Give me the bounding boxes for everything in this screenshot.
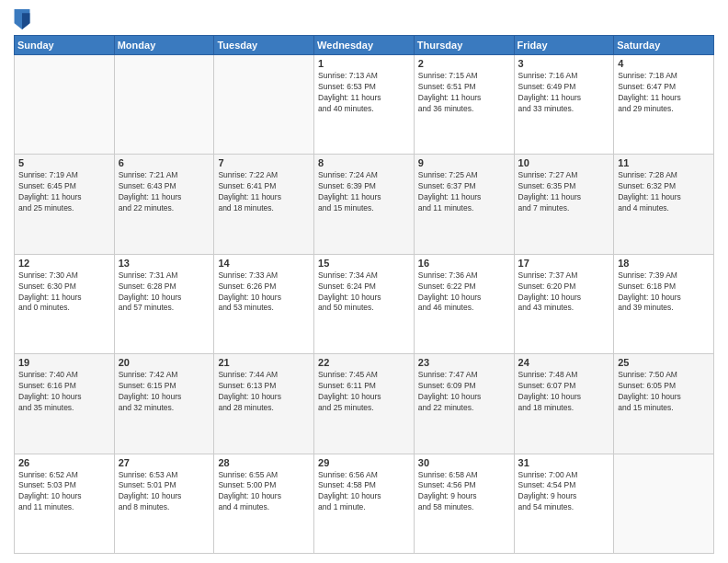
logo [14, 9, 32, 29]
day-number: 18 [618, 258, 710, 269]
day-number: 15 [318, 258, 410, 269]
day-number: 7 [218, 157, 310, 168]
day-number: 2 [418, 58, 510, 69]
weekday-header-wednesday: Wednesday [314, 36, 415, 55]
day-number: 28 [218, 457, 310, 468]
day-info: Sunrise: 7:47 AM Sunset: 6:09 PM Dayligh… [418, 370, 510, 414]
calendar-cell: 19Sunrise: 7:40 AM Sunset: 6:16 PM Dayli… [15, 354, 115, 454]
day-info: Sunrise: 7:39 AM Sunset: 6:18 PM Dayligh… [618, 270, 710, 315]
calendar-cell: 26Sunrise: 6:52 AM Sunset: 5:03 PM Dayli… [15, 454, 115, 553]
day-number: 29 [318, 457, 410, 468]
day-number: 4 [618, 58, 710, 69]
day-number: 14 [218, 258, 310, 269]
day-info: Sunrise: 7:42 AM Sunset: 6:15 PM Dayligh… [119, 370, 210, 414]
calendar-cell: 30Sunrise: 6:58 AM Sunset: 4:56 PM Dayli… [414, 454, 514, 553]
day-number: 16 [418, 258, 510, 269]
calendar-cell: 31Sunrise: 7:00 AM Sunset: 4:54 PM Dayli… [514, 454, 614, 553]
calendar-cell: 13Sunrise: 7:31 AM Sunset: 6:28 PM Dayli… [114, 254, 214, 353]
day-info: Sunrise: 7:21 AM Sunset: 6:43 PM Dayligh… [119, 170, 210, 214]
day-info: Sunrise: 7:37 AM Sunset: 6:20 PM Dayligh… [518, 270, 610, 315]
day-info: Sunrise: 7:25 AM Sunset: 6:37 PM Dayligh… [418, 170, 510, 214]
day-number: 24 [518, 357, 610, 368]
weekday-header-tuesday: Tuesday [214, 36, 314, 55]
calendar-cell [114, 55, 214, 155]
day-info: Sunrise: 6:52 AM Sunset: 5:03 PM Dayligh… [18, 470, 110, 514]
calendar-cell: 6Sunrise: 7:21 AM Sunset: 6:43 PM Daylig… [114, 155, 214, 254]
week-row-1: 1Sunrise: 7:13 AM Sunset: 6:53 PM Daylig… [15, 55, 714, 155]
calendar-cell: 10Sunrise: 7:27 AM Sunset: 6:35 PM Dayli… [514, 155, 614, 254]
day-info: Sunrise: 6:56 AM Sunset: 4:58 PM Dayligh… [318, 470, 410, 514]
day-info: Sunrise: 7:34 AM Sunset: 6:24 PM Dayligh… [318, 270, 410, 315]
day-info: Sunrise: 7:40 AM Sunset: 6:16 PM Dayligh… [18, 370, 110, 414]
calendar-cell: 11Sunrise: 7:28 AM Sunset: 6:32 PM Dayli… [614, 155, 714, 254]
day-number: 21 [218, 357, 310, 368]
day-number: 3 [518, 58, 610, 69]
day-info: Sunrise: 7:45 AM Sunset: 6:11 PM Dayligh… [318, 370, 410, 414]
day-number: 31 [518, 457, 610, 468]
weekday-header-saturday: Saturday [614, 36, 714, 55]
calendar-cell: 12Sunrise: 7:30 AM Sunset: 6:30 PM Dayli… [15, 254, 115, 353]
header [14, 9, 714, 29]
calendar-cell: 20Sunrise: 7:42 AM Sunset: 6:15 PM Dayli… [114, 354, 214, 454]
day-number: 23 [418, 357, 510, 368]
day-number: 8 [318, 157, 410, 168]
week-row-2: 5Sunrise: 7:19 AM Sunset: 6:45 PM Daylig… [15, 155, 714, 254]
calendar-cell: 17Sunrise: 7:37 AM Sunset: 6:20 PM Dayli… [514, 254, 614, 353]
day-number: 5 [18, 157, 110, 168]
day-info: Sunrise: 7:36 AM Sunset: 6:22 PM Dayligh… [418, 270, 510, 315]
calendar-cell: 14Sunrise: 7:33 AM Sunset: 6:26 PM Dayli… [214, 254, 314, 353]
day-info: Sunrise: 7:15 AM Sunset: 6:51 PM Dayligh… [418, 71, 510, 115]
day-info: Sunrise: 7:31 AM Sunset: 6:28 PM Dayligh… [119, 270, 210, 315]
page: SundayMondayTuesdayWednesdayThursdayFrid… [0, 0, 728, 563]
day-number: 26 [18, 457, 110, 468]
calendar-cell: 9Sunrise: 7:25 AM Sunset: 6:37 PM Daylig… [414, 155, 514, 254]
calendar-cell: 1Sunrise: 7:13 AM Sunset: 6:53 PM Daylig… [314, 55, 415, 155]
calendar-cell: 28Sunrise: 6:55 AM Sunset: 5:00 PM Dayli… [214, 454, 314, 553]
calendar-cell [214, 55, 314, 155]
weekday-header-thursday: Thursday [414, 36, 514, 55]
day-info: Sunrise: 7:30 AM Sunset: 6:30 PM Dayligh… [18, 270, 110, 315]
calendar-cell: 18Sunrise: 7:39 AM Sunset: 6:18 PM Dayli… [614, 254, 714, 353]
day-info: Sunrise: 6:55 AM Sunset: 5:00 PM Dayligh… [218, 470, 310, 514]
logo-icon [14, 9, 30, 29]
day-info: Sunrise: 6:58 AM Sunset: 4:56 PM Dayligh… [418, 470, 510, 514]
day-info: Sunrise: 7:22 AM Sunset: 6:41 PM Dayligh… [218, 170, 310, 214]
day-info: Sunrise: 7:44 AM Sunset: 6:13 PM Dayligh… [218, 370, 310, 414]
calendar: SundayMondayTuesdayWednesdayThursdayFrid… [14, 35, 714, 554]
day-number: 19 [18, 357, 110, 368]
week-row-5: 26Sunrise: 6:52 AM Sunset: 5:03 PM Dayli… [15, 454, 714, 553]
day-number: 22 [318, 357, 410, 368]
day-number: 30 [418, 457, 510, 468]
day-info: Sunrise: 7:13 AM Sunset: 6:53 PM Dayligh… [318, 71, 410, 115]
day-info: Sunrise: 7:00 AM Sunset: 4:54 PM Dayligh… [518, 470, 610, 514]
day-number: 10 [518, 157, 610, 168]
week-row-4: 19Sunrise: 7:40 AM Sunset: 6:16 PM Dayli… [15, 354, 714, 454]
calendar-cell: 27Sunrise: 6:53 AM Sunset: 5:01 PM Dayli… [114, 454, 214, 553]
svg-marker-1 [22, 13, 29, 29]
weekday-header-sunday: Sunday [15, 36, 115, 55]
calendar-cell: 23Sunrise: 7:47 AM Sunset: 6:09 PM Dayli… [414, 354, 514, 454]
day-info: Sunrise: 7:27 AM Sunset: 6:35 PM Dayligh… [518, 170, 610, 214]
day-number: 1 [318, 58, 410, 69]
day-number: 27 [119, 457, 210, 468]
calendar-cell: 16Sunrise: 7:36 AM Sunset: 6:22 PM Dayli… [414, 254, 514, 353]
day-info: Sunrise: 7:16 AM Sunset: 6:49 PM Dayligh… [518, 71, 610, 115]
day-info: Sunrise: 7:48 AM Sunset: 6:07 PM Dayligh… [518, 370, 610, 414]
calendar-cell: 22Sunrise: 7:45 AM Sunset: 6:11 PM Dayli… [314, 354, 415, 454]
calendar-cell [614, 454, 714, 553]
day-info: Sunrise: 7:19 AM Sunset: 6:45 PM Dayligh… [18, 170, 110, 214]
calendar-cell [15, 55, 115, 155]
day-info: Sunrise: 7:33 AM Sunset: 6:26 PM Dayligh… [218, 270, 310, 315]
calendar-cell: 5Sunrise: 7:19 AM Sunset: 6:45 PM Daylig… [15, 155, 115, 254]
calendar-cell: 24Sunrise: 7:48 AM Sunset: 6:07 PM Dayli… [514, 354, 614, 454]
calendar-cell: 3Sunrise: 7:16 AM Sunset: 6:49 PM Daylig… [514, 55, 614, 155]
calendar-cell: 15Sunrise: 7:34 AM Sunset: 6:24 PM Dayli… [314, 254, 415, 353]
day-info: Sunrise: 7:28 AM Sunset: 6:32 PM Dayligh… [618, 170, 710, 214]
day-info: Sunrise: 7:24 AM Sunset: 6:39 PM Dayligh… [318, 170, 410, 214]
calendar-cell: 21Sunrise: 7:44 AM Sunset: 6:13 PM Dayli… [214, 354, 314, 454]
day-number: 17 [518, 258, 610, 269]
weekday-header-monday: Monday [114, 36, 214, 55]
calendar-cell: 7Sunrise: 7:22 AM Sunset: 6:41 PM Daylig… [214, 155, 314, 254]
calendar-cell: 8Sunrise: 7:24 AM Sunset: 6:39 PM Daylig… [314, 155, 415, 254]
day-number: 25 [618, 357, 710, 368]
